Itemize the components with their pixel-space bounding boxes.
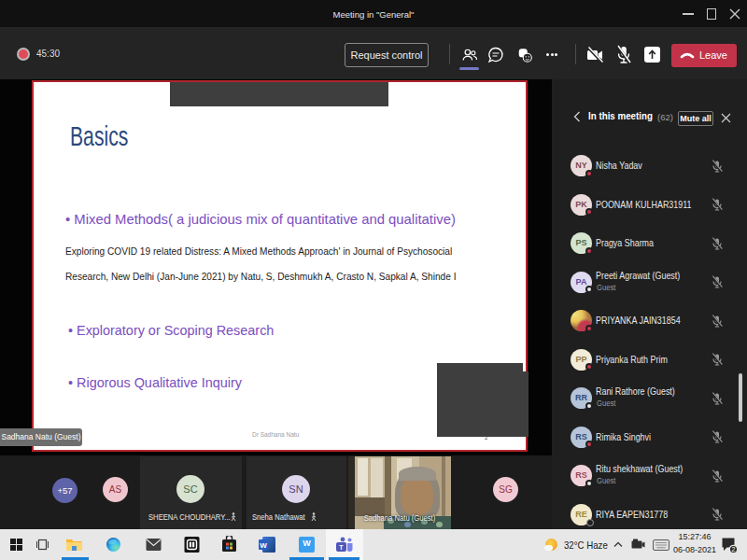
svg-text:T: T — [339, 544, 344, 551]
svg-text:2: 2 — [732, 546, 736, 553]
svg-text:W: W — [260, 541, 267, 550]
